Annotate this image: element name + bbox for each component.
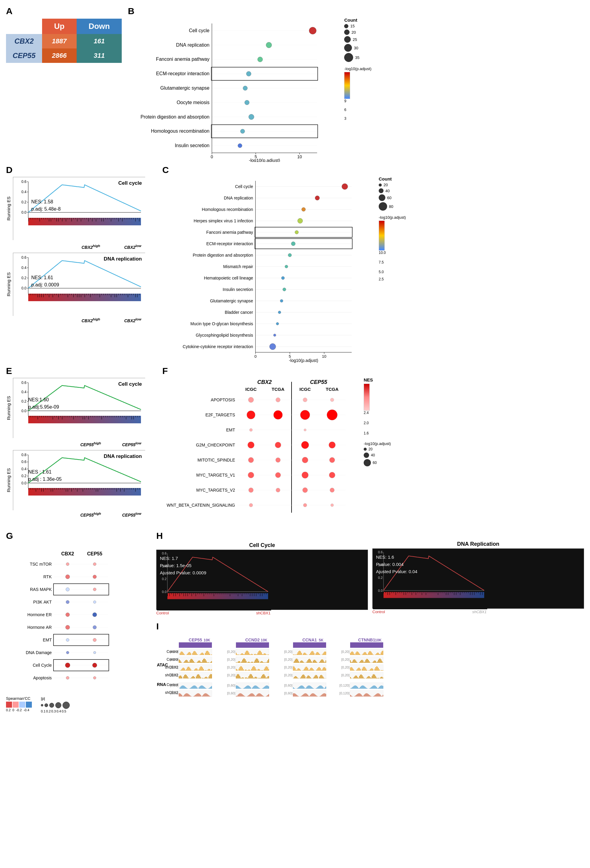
panel-e: E Running ES Cell cycle NES:1.60 p.adj:5… [6, 366, 156, 528]
cbx2-up: 1887 [42, 34, 77, 49]
panel-i-label: I [156, 621, 584, 632]
f-nes-legend: NES 2.4 2.0 1.6 [364, 377, 391, 435]
d-ylabel-1: Running ES [6, 196, 11, 220]
panel-hi: H Cell Cycle NES: 1.7 Pvalue: 1.5e-05 Aj… [156, 531, 584, 760]
gene-cbx2: CBX2 [6, 34, 42, 49]
e-ylabel-2: Running ES [6, 468, 11, 492]
b-color-legend: -log10(p.adjust) 9 6 3 [344, 66, 371, 121]
panel-h-cell-cycle: H Cell Cycle NES: 1.7 Pvalue: 1.5e-05 Aj… [156, 531, 368, 615]
panel-i: I [156, 621, 584, 760]
c-count-legend: Count 20 40 60 80 [379, 176, 406, 211]
panel-d-label: D [6, 165, 156, 175]
panel-h-label: H [156, 531, 368, 541]
h1-stats: NES: 1.7 Pvalue: 1.5e-05 Ajusted Pvalue:… [160, 555, 206, 576]
panel-e-label: E [6, 366, 156, 376]
panel-f-label: F [162, 366, 584, 376]
panel-g: G Spearman'CC 0.20-0.2-0.4 [6, 531, 150, 760]
panel-h-dna-rep: DNA Replication NES: 1.6 Pvalue: 0.004 A… [372, 531, 584, 615]
d2-stats: NES: 1.61 p.adj: 0.0009 [31, 274, 59, 289]
d2-xaxis: CBX2high CBX2low [6, 317, 144, 323]
e1-xaxis: CEP55high CEP55low [6, 441, 144, 447]
h-cell-cycle-plot: NES: 1.7 Pvalue: 1.5e-05 Ajusted Pvalue:… [156, 550, 368, 610]
f-size-legend: -log10(p.adjust) 20 40 60 [364, 441, 391, 466]
panel-b-chart [128, 18, 338, 162]
h1-xaxis: Control shCBX1 [156, 611, 271, 615]
panel-a-label: A [6, 6, 122, 16]
e2-title: DNA replication [104, 453, 142, 459]
header-down: Down [77, 19, 122, 34]
panel-g-label: G [6, 531, 150, 541]
gene-cep55: CEP55 [6, 49, 42, 63]
panel-d: D Running ES Cell cycle NES: 1.58 p.adj:… [6, 165, 156, 363]
g-size-legend: |p| 0.10.20.30.40.5 [41, 696, 70, 713]
e1-stats: NES:1.60 p.adj:5.95e-09 [28, 396, 59, 411]
panel-f: F NES 2.4 2.0 1.6 -log10(p.adjust) [162, 366, 584, 528]
e-ylabel-1: Running ES [6, 396, 11, 420]
d-gsea-plot-1: Cell cycle NES: 1.58 p.adj: 5.48e-8 [13, 177, 145, 240]
e-gsea-plot-1: Cell cycle NES:1.60 p.adj:5.95e-09 [13, 378, 145, 438]
e1-title: Cell cycle [118, 381, 142, 387]
d1-stats: NES: 1.58 p.adj: 5.48e-8 [31, 198, 61, 213]
e2-xaxis: CEP55high CEP55low [6, 511, 144, 518]
d1-xaxis: CBX2high CBX2low [6, 244, 144, 250]
panel-c-chart [162, 176, 373, 363]
d2-title: DNA replication [104, 256, 142, 262]
e2-stats: NES : 1.61 p.adj : 1.36e-05 [28, 468, 62, 483]
panel-i-chart [156, 633, 385, 760]
panel-b-label: B [128, 6, 584, 16]
c-color-legend: -log10(p.adjust) 10.0 7.5 5.0 2.5 [379, 215, 406, 281]
g-spearman-legend: Spearman'CC 0.20-0.2-0.4 [6, 696, 32, 713]
panel-f-chart [162, 377, 358, 528]
h2-stats: NES: 1.6 Pvalue: 0.004 Ajusted Pvalue: 0… [376, 554, 418, 575]
panel-g-chart [6, 543, 120, 693]
h2-xaxis: Control shCBX1 [372, 610, 487, 614]
cep55-up: 2866 [42, 49, 77, 63]
cbx2-down: 161 [77, 34, 122, 49]
panel-b: B Count 15 20 25 30 35 [128, 6, 584, 162]
cep55-down: 311 [77, 49, 122, 63]
b-count-legend: Count 15 20 25 30 35 [344, 18, 371, 62]
header-up: Up [42, 19, 77, 34]
panel-a: A Up Down CBX2 1887 161 CE [6, 6, 122, 162]
d-gsea-plot-2: DNA replication NES: 1.61 p.adj: 0.0009 [13, 253, 145, 316]
e-gsea-plot-2: DNA replication NES : 1.61 p.adj : 1.36e… [13, 450, 145, 510]
panel-c: C Count 20 40 60 80 [162, 165, 584, 363]
h-dna-rep-plot: NES: 1.6 Pvalue: 0.004 Ajusted Pvalue: 0… [372, 549, 584, 609]
panel-c-label: C [162, 165, 584, 175]
d-ylabel-2: Running ES [6, 272, 11, 296]
d1-title: Cell cycle [118, 180, 142, 186]
